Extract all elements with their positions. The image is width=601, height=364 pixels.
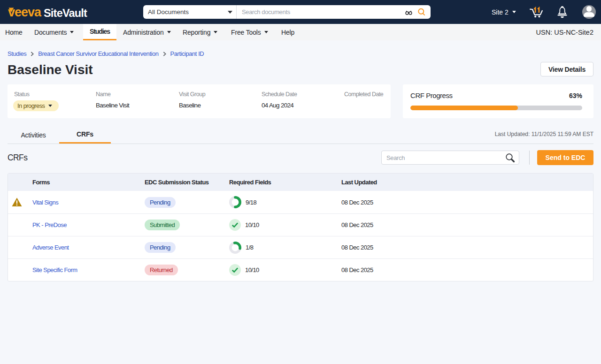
svg-text:SiteVault: SiteVault [44, 7, 87, 19]
svg-text:veeva: veeva [8, 5, 42, 19]
